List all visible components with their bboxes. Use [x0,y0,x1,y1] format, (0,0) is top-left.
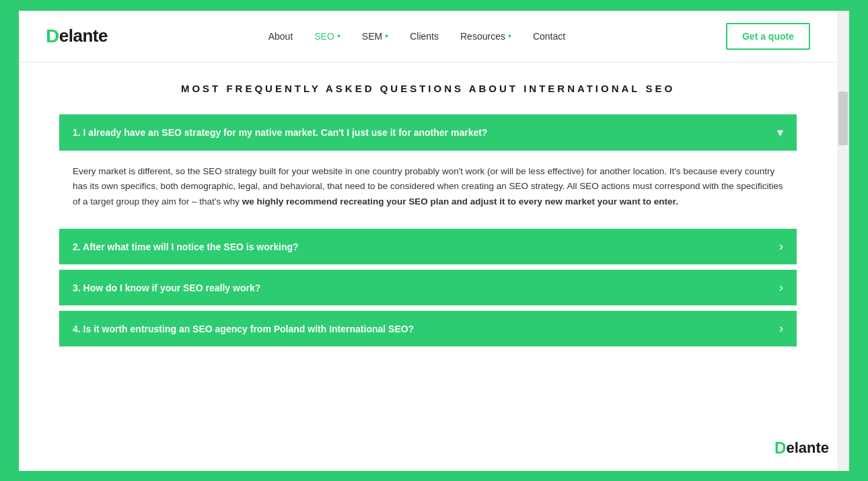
navigation: About SEO ▾ SEM ▾ Clients Resources ▾ Co… [268,31,565,42]
faq-chevron-4: › [779,322,783,336]
nav-item-resources[interactable]: Resources ▾ [460,31,511,42]
nav-item-clients[interactable]: Clients [410,31,439,42]
faq-item-1: 1. I already have an SEO strategy for my… [59,114,797,224]
faq-question-4-text: 4. Is it worth entrusting an SEO agency … [73,324,414,334]
faq-question-3-text: 3. How do I know if your SEO really work… [73,283,260,293]
faq-answer-1-bold: we highly recommend recreating your SEO … [242,196,678,207]
faq-answer-1: Every market is different, so the SEO st… [59,151,797,224]
faq-question-1-text: 1. I already have an SEO strategy for my… [73,127,487,138]
sem-dropdown-chevron: ▾ [385,32,388,40]
faq-item-3: 3. How do I know if your SEO really work… [59,270,797,305]
main-content: MOST FREQUENTLY ASKED QUESTIONS ABOUT IN… [19,63,837,379]
scrollbar-thumb[interactable] [838,91,848,145]
get-quote-button[interactable]: Get a quote [726,23,810,50]
faq-item-2: 2. After what time will I notice the SEO… [59,229,797,264]
bottom-logo: Delante [774,439,829,457]
logo-d: D [46,26,59,47]
nav-item-contact[interactable]: Contact [533,31,565,42]
bottom-logo-text: elante [786,439,829,457]
scrollbar[interactable] [837,11,849,471]
faq-question-2-text: 2. After what time will I notice the SEO… [73,242,299,252]
nav-item-about[interactable]: About [268,31,293,42]
faq-chevron-1: ▾ [777,125,783,140]
header: Delante About SEO ▾ SEM ▾ Clients Resour… [19,11,837,63]
bottom-logo-d: D [774,439,786,457]
faq-item-4: 4. Is it worth entrusting an SEO agency … [59,311,797,346]
faq-chevron-3: › [779,281,783,295]
logo[interactable]: Delante [46,26,108,47]
faq-question-4[interactable]: 4. Is it worth entrusting an SEO agency … [59,311,797,346]
faq-question-1[interactable]: 1. I already have an SEO strategy for my… [59,114,797,151]
faq-title: MOST FREQUENTLY ASKED QUESTIONS ABOUT IN… [59,83,797,94]
faq-question-3[interactable]: 3. How do I know if your SEO really work… [59,270,797,305]
resources-dropdown-chevron: ▾ [508,32,511,40]
logo-text: elante [59,26,108,46]
nav-item-seo[interactable]: SEO ▾ [314,31,340,42]
main-frame: Delante About SEO ▾ SEM ▾ Clients Resour… [17,9,851,473]
nav-item-sem[interactable]: SEM ▾ [362,31,388,42]
faq-chevron-2: › [779,239,783,254]
seo-dropdown-chevron: ▾ [337,32,340,40]
faq-question-2[interactable]: 2. After what time will I notice the SEO… [59,229,797,264]
